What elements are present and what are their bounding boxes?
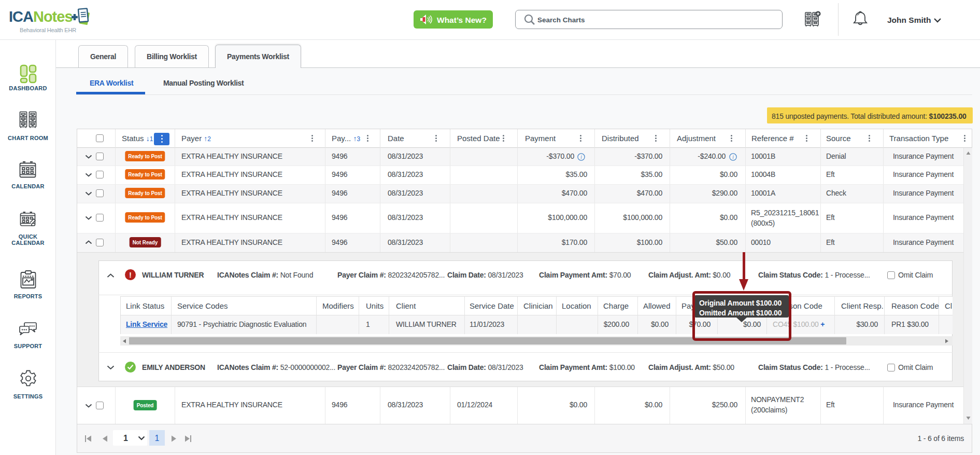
svg-text:i: i — [732, 155, 734, 160]
svg-text:i: i — [580, 155, 582, 160]
